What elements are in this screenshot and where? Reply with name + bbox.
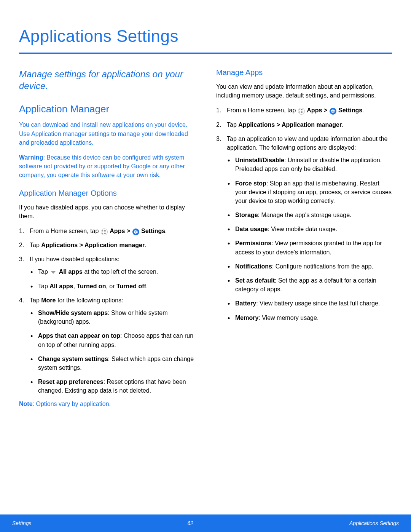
rb8-b: : View battery usage since the last full… bbox=[256, 300, 380, 307]
period-r1: . bbox=[362, 107, 364, 113]
rstep1-a: From a Home screen, tap bbox=[227, 107, 298, 113]
apps-icon bbox=[298, 108, 305, 115]
note-label: Note bbox=[19, 401, 33, 407]
opt1-a: Show/Hide system apps bbox=[38, 310, 108, 316]
step1-text-a: From a Home screen, tap bbox=[30, 228, 100, 234]
heading-manage-apps: Manage Apps bbox=[216, 68, 392, 77]
step4-a: Tap bbox=[30, 297, 41, 304]
rb-4: Data usage: View mobile data usage. bbox=[227, 225, 392, 233]
settings-icon bbox=[330, 108, 336, 115]
s3b2-a: Tap bbox=[38, 283, 49, 289]
svg-point-11 bbox=[301, 109, 302, 110]
opt3-a: Change system settings bbox=[38, 356, 108, 362]
rstep3-text: Tap an application to view and update in… bbox=[227, 136, 388, 151]
chevron-down-icon bbox=[50, 270, 56, 275]
rb-9: Memory: View memory usage. bbox=[227, 313, 392, 322]
step-1: From a Home screen, tap Apps > Settings. bbox=[19, 227, 195, 235]
note-body: : Options vary by application. bbox=[33, 401, 111, 407]
s3b2-d: Turned on bbox=[76, 283, 106, 289]
heading-app-manager: Application Manager bbox=[19, 103, 195, 115]
rb4-a: Data usage bbox=[235, 226, 268, 232]
rstep-1: From a Home screen, tap Apps > Settings. bbox=[216, 106, 392, 115]
document-page: Applications Settings Manage settings fo… bbox=[0, 0, 411, 532]
rb8-a: Battery bbox=[235, 300, 256, 307]
rb-1: Uninstall/Disable: Uninstall or disable … bbox=[227, 156, 392, 173]
s3b2-b: All apps bbox=[49, 283, 73, 289]
rb1-a: Uninstall/Disable bbox=[235, 157, 284, 163]
rb-7: Set as default: Set the app as a default… bbox=[227, 276, 392, 294]
svg-point-10 bbox=[299, 109, 300, 110]
footer-left: Settings bbox=[12, 520, 32, 526]
settings-icon bbox=[132, 228, 139, 235]
left-column: Manage settings for applications on your… bbox=[19, 68, 195, 407]
footer-page-number: 62 bbox=[188, 520, 194, 526]
step3-bullet-2: Tap All apps, Turned on, or Turned off. bbox=[30, 282, 195, 291]
gt-1: > bbox=[125, 228, 132, 234]
opt-1: Show/Hide system apps: Show or hide syst… bbox=[30, 308, 195, 326]
rb9-a: Memory bbox=[235, 315, 258, 321]
svg-point-15 bbox=[303, 111, 303, 112]
s3b2-e: , or bbox=[106, 283, 116, 289]
rb4-b: : View mobile data usage. bbox=[268, 226, 337, 232]
note-text: Note: Options vary by application. bbox=[19, 401, 195, 407]
rb6-a: Notifications bbox=[235, 263, 272, 270]
rstep-3: Tap an application to view and update in… bbox=[216, 134, 392, 322]
rb9-b: : View memory usage. bbox=[258, 315, 319, 321]
s3b1-a: Tap bbox=[38, 268, 49, 275]
title-divider bbox=[19, 53, 392, 54]
footer-bar: Settings 62 Applications Settings bbox=[0, 514, 411, 532]
rb-8: Battery: View battery usage since the la… bbox=[227, 299, 392, 308]
heading-app-manager-options: Application Manager Options bbox=[19, 189, 195, 198]
rb2-a: Force stop bbox=[235, 180, 266, 187]
step3-bullets: Tap All apps at the top left of the scre… bbox=[30, 267, 195, 290]
gt-r: > bbox=[322, 107, 329, 113]
step2-text-b: Applications > Application manager bbox=[41, 242, 145, 248]
svg-point-14 bbox=[301, 111, 302, 112]
step2-text-a: Tap bbox=[30, 242, 41, 248]
step-3: If you have disabled applications: Tap A… bbox=[19, 255, 195, 291]
settings-label: Settings bbox=[141, 228, 165, 234]
rstep-2: Tap Applications > Application manager. bbox=[216, 120, 392, 129]
rb6-b: : Configure notifications from the app. bbox=[272, 263, 373, 270]
svg-point-1 bbox=[104, 230, 105, 231]
opt-3: Change system settings: Select which app… bbox=[30, 355, 195, 372]
period-1: . bbox=[165, 228, 167, 234]
svg-point-18 bbox=[303, 112, 303, 113]
step4-c: for the following options: bbox=[56, 297, 123, 304]
steps-list-left: From a Home screen, tap Apps > Settings.… bbox=[19, 227, 195, 395]
svg-point-8 bbox=[105, 233, 106, 234]
step-2: Tap Applications > Application manager. bbox=[19, 241, 195, 249]
rb-2: Force stop: Stop an app that is misbehav… bbox=[227, 179, 392, 206]
s3b1-c: at the top left of the screen. bbox=[83, 268, 158, 275]
period-2: . bbox=[145, 242, 146, 248]
warning-body: : Because this device can be configured … bbox=[19, 154, 185, 178]
rb-6: Notifications: Configure notifications f… bbox=[227, 262, 392, 271]
settings-label: Settings bbox=[338, 107, 362, 113]
step3-text: If you have disabled applications: bbox=[30, 256, 119, 262]
manage-apps-intro: You can view and update information abou… bbox=[216, 82, 392, 100]
rb-3: Storage: Manage the app's storage usage. bbox=[227, 211, 392, 219]
svg-point-13 bbox=[299, 111, 300, 112]
opt-2: Apps that can appear on top: Choose apps… bbox=[30, 331, 195, 349]
svg-marker-9 bbox=[51, 271, 56, 274]
warning-text: Warning: Because this device can be conf… bbox=[19, 153, 195, 180]
period-3: . bbox=[146, 283, 148, 289]
step-4: Tap More for the following options: Show… bbox=[19, 296, 195, 395]
svg-point-7 bbox=[104, 233, 105, 234]
opt-4: Reset app preferences: Reset options tha… bbox=[30, 377, 195, 395]
rstep2-a: Tap bbox=[227, 121, 238, 128]
app-manager-intro: You can download and install new applica… bbox=[19, 120, 195, 147]
s3b1-b: All apps bbox=[59, 268, 83, 275]
svg-point-6 bbox=[102, 233, 103, 234]
footer-right: Applications Settings bbox=[349, 520, 399, 526]
rb7-a: Set as default bbox=[235, 277, 275, 284]
rb-5: Permissions: View permissions granted to… bbox=[227, 239, 392, 256]
options-intro: If you have disabled apps, you can choos… bbox=[19, 203, 195, 220]
svg-point-12 bbox=[303, 109, 303, 110]
svg-point-0 bbox=[102, 230, 103, 231]
svg-point-4 bbox=[104, 232, 105, 232]
rb3-a: Storage bbox=[235, 212, 258, 218]
apps-label: Apps bbox=[110, 228, 125, 234]
intro-text: Manage settings for applications on your… bbox=[19, 68, 195, 92]
apps-label: Apps bbox=[307, 107, 322, 113]
